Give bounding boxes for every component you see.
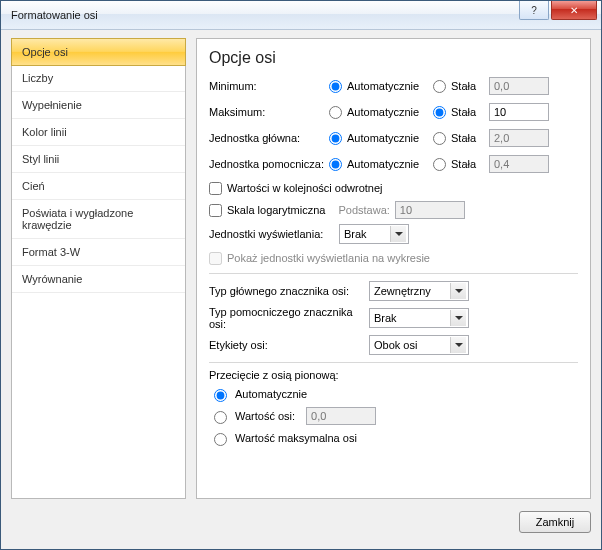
reverse-values-checkbox[interactable] — [209, 182, 222, 195]
separator — [209, 273, 578, 274]
major-unit-auto-radio[interactable]: Automatycznie — [329, 132, 433, 145]
axis-labels-label: Etykiety osi: — [209, 339, 369, 351]
crosses-at-max-label: Wartość maksymalna osi — [235, 432, 357, 444]
major-unit-label: Jednostka główna: — [209, 132, 329, 144]
dialog-footer: Zamknij — [11, 499, 591, 539]
category-sidebar: Opcje osi Liczby Wypełnienie Kolor linii… — [11, 38, 186, 499]
display-units-select[interactable]: Brak — [339, 224, 409, 244]
maximum-auto-radio[interactable]: Automatycznie — [329, 106, 433, 119]
major-tick-row: Typ głównego znacznika osi: Zewnętrzny — [209, 280, 578, 302]
minor-tick-row: Typ pomocniczego znacznika osi: Brak — [209, 306, 578, 330]
sidebar-item-alignment[interactable]: Wyrównanie — [12, 266, 185, 293]
minor-tick-select[interactable]: Brak — [369, 308, 469, 328]
close-window-button[interactable]: ✕ — [551, 1, 597, 20]
display-units-row: Jednostki wyświetlania: Brak — [209, 223, 578, 245]
show-units-on-chart-row: Pokaż jednostki wyświetlania na wykresie — [209, 249, 578, 267]
crosses-auto-label: Automatycznie — [235, 388, 307, 400]
maximum-fixed-radio[interactable]: Stała — [433, 106, 489, 119]
chevron-down-icon — [450, 283, 466, 299]
sidebar-item-fill[interactable]: Wypełnienie — [12, 92, 185, 119]
crosses-at-value-label: Wartość osi: — [235, 410, 295, 422]
panels: Opcje osi Liczby Wypełnienie Kolor linii… — [11, 38, 591, 499]
log-scale-row: Skala logarytmiczna Podstawa: — [209, 201, 578, 219]
separator — [209, 362, 578, 363]
dialog-window: Formatowanie osi ? ✕ Opcje osi Liczby Wy… — [0, 0, 602, 550]
axis-labels-row: Etykiety osi: Obok osi — [209, 334, 578, 356]
minor-unit-value-input[interactable] — [489, 155, 549, 173]
crosses-auto-row: Automatycznie — [209, 385, 578, 403]
titlebar: Formatowanie osi ? ✕ — [1, 1, 601, 30]
minor-unit-label: Jednostka pomocnicza: — [209, 158, 329, 170]
sidebar-item-shadow[interactable]: Cień — [12, 173, 185, 200]
minimum-fixed-radio[interactable]: Stała — [433, 80, 489, 93]
maximum-value-input[interactable] — [489, 103, 549, 121]
window-buttons: ? ✕ — [519, 1, 597, 20]
row-minor-unit: Jednostka pomocnicza: Automatycznie Stał… — [209, 153, 578, 175]
show-units-on-chart-label: Pokaż jednostki wyświetlania na wykresie — [227, 252, 430, 264]
sidebar-item-number[interactable]: Liczby — [12, 65, 185, 92]
reverse-values-row: Wartości w kolejności odwrotnej — [209, 179, 578, 197]
crosses-at-value-row: Wartość osi: — [209, 407, 578, 425]
crosses-at-max-row: Wartość maksymalna osi — [209, 429, 578, 447]
chevron-down-icon — [450, 337, 466, 353]
content-panel: Opcje osi Minimum: Automatycznie Stała M… — [196, 38, 591, 499]
major-tick-label: Typ głównego znacznika osi: — [209, 285, 369, 297]
maximum-label: Maksimum: — [209, 106, 329, 118]
minor-tick-label: Typ pomocniczego znacznika osi: — [209, 306, 369, 330]
minimum-auto-radio[interactable]: Automatycznie — [329, 80, 433, 93]
minimum-value-input[interactable] — [489, 77, 549, 95]
minor-unit-fixed-radio[interactable]: Stała — [433, 158, 489, 171]
show-units-on-chart-checkbox — [209, 252, 222, 265]
row-maximum: Maksimum: Automatycznie Stała — [209, 101, 578, 123]
sidebar-item-axis-options[interactable]: Opcje osi — [11, 38, 186, 66]
crosses-auto-radio[interactable] — [214, 389, 227, 402]
display-units-label: Jednostki wyświetlania: — [209, 228, 339, 240]
log-base-input[interactable] — [395, 201, 465, 219]
sidebar-item-glow[interactable]: Poświata i wygładzone krawędzie — [12, 200, 185, 239]
crosses-at-value-radio[interactable] — [214, 411, 227, 424]
log-scale-label: Skala logarytmiczna — [227, 204, 325, 216]
window-title: Formatowanie osi — [11, 9, 98, 21]
major-unit-fixed-radio[interactable]: Stała — [433, 132, 489, 145]
row-minimum: Minimum: Automatycznie Stała — [209, 75, 578, 97]
sidebar-item-3d-format[interactable]: Format 3-W — [12, 239, 185, 266]
close-button[interactable]: Zamknij — [519, 511, 591, 533]
page-heading: Opcje osi — [209, 49, 578, 67]
log-base-label: Podstawa: — [338, 204, 389, 216]
minor-unit-auto-radio[interactable]: Automatycznie — [329, 158, 433, 171]
crosses-at-max-radio[interactable] — [214, 433, 227, 446]
axis-labels-select[interactable]: Obok osi — [369, 335, 469, 355]
crosses-at-value-input[interactable] — [306, 407, 376, 425]
chevron-down-icon — [450, 310, 466, 326]
sidebar-item-line-style[interactable]: Styl linii — [12, 146, 185, 173]
major-tick-select[interactable]: Zewnętrzny — [369, 281, 469, 301]
help-button[interactable]: ? — [519, 1, 549, 20]
chevron-down-icon — [390, 226, 406, 242]
vertical-crosses-group-label: Przecięcie z osią pionową: — [209, 369, 578, 381]
reverse-values-label: Wartości w kolejności odwrotnej — [227, 182, 382, 194]
minimum-label: Minimum: — [209, 80, 329, 92]
row-major-unit: Jednostka główna: Automatycznie Stała — [209, 127, 578, 149]
sidebar-item-line-color[interactable]: Kolor linii — [12, 119, 185, 146]
major-unit-value-input[interactable] — [489, 129, 549, 147]
client-area: Opcje osi Liczby Wypełnienie Kolor linii… — [1, 30, 601, 549]
log-scale-checkbox[interactable] — [209, 204, 222, 217]
